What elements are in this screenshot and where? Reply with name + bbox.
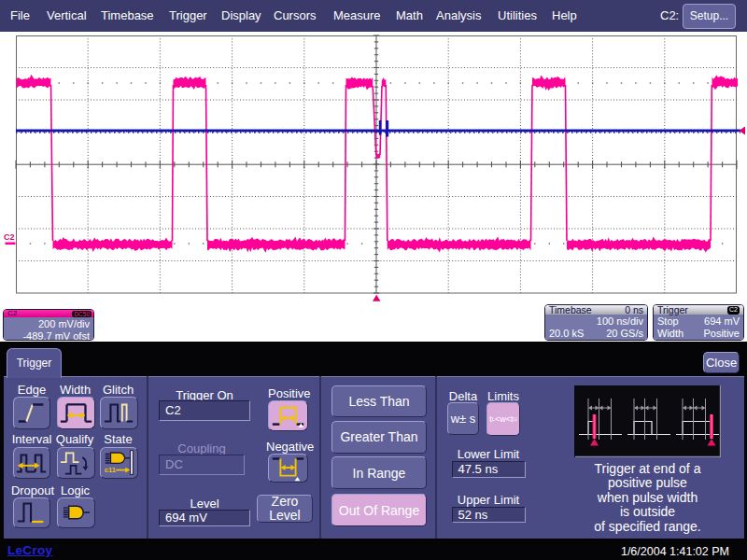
- svg-text:c11: c11: [104, 466, 116, 474]
- svg-text:C2: C2: [4, 232, 15, 242]
